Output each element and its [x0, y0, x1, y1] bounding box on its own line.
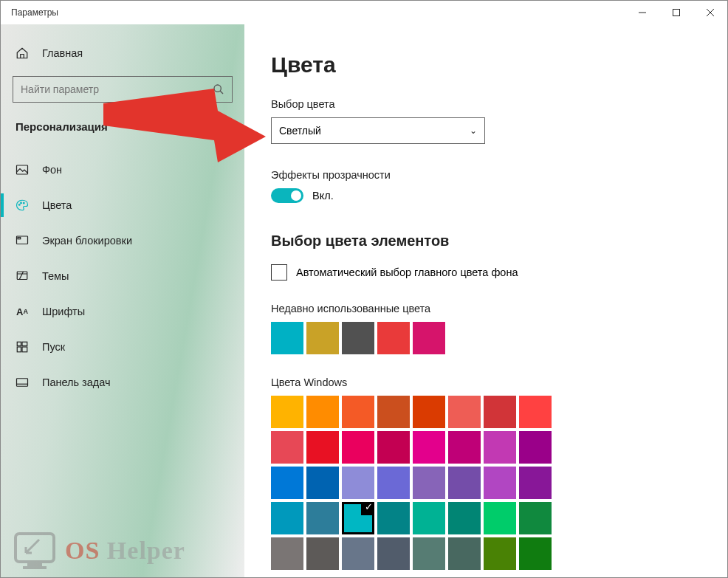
svg-point-8	[21, 202, 22, 204]
recent-color-swatch[interactable]	[342, 322, 374, 354]
nav-label: Фон	[42, 164, 62, 176]
lockscreen-icon	[16, 234, 29, 247]
window-controls	[625, 1, 727, 24]
nav-start[interactable]: Пуск	[13, 329, 233, 365]
fonts-icon: AA	[16, 305, 29, 318]
color-swatch[interactable]	[306, 431, 339, 464]
color-swatch[interactable]	[413, 502, 445, 534]
color-swatch[interactable]	[484, 502, 516, 534]
color-swatch[interactable]	[306, 537, 339, 570]
auto-color-checkbox[interactable]	[271, 264, 287, 281]
page-title: Цвета	[271, 52, 727, 78]
recent-color-swatch[interactable]	[271, 322, 303, 354]
svg-line-5	[220, 91, 223, 94]
color-swatch[interactable]	[271, 467, 303, 499]
home-icon	[16, 47, 29, 60]
color-swatch[interactable]	[519, 396, 552, 428]
color-swatch[interactable]	[519, 467, 552, 499]
recent-color-swatch[interactable]	[306, 322, 339, 354]
svg-rect-15	[17, 347, 21, 352]
nav-colors[interactable]: Цвета	[13, 187, 233, 223]
color-swatch[interactable]	[342, 431, 374, 464]
nav-label: Пуск	[42, 341, 65, 353]
svg-point-9	[23, 202, 24, 204]
color-swatch[interactable]	[271, 537, 303, 570]
picture-icon	[16, 163, 29, 176]
home-label: Главная	[42, 47, 83, 59]
color-mode-select[interactable]: Светлый ⌄	[271, 117, 485, 144]
color-swatch[interactable]	[271, 502, 303, 534]
nav-themes[interactable]: Темы	[13, 258, 233, 294]
color-swatch[interactable]	[342, 467, 374, 499]
palette-icon	[16, 199, 29, 212]
color-swatch[interactable]	[342, 537, 374, 570]
color-swatch[interactable]: ✓	[342, 502, 374, 534]
color-swatch[interactable]	[377, 396, 410, 428]
section-title: Персонализация	[13, 120, 233, 152]
recent-colors-row	[271, 322, 727, 354]
color-swatch[interactable]	[413, 431, 445, 464]
svg-rect-12	[17, 272, 27, 280]
content: Цвета Выбор цвета Светлый ⌄ Эффекты проз…	[244, 24, 727, 577]
transparency-toggle[interactable]	[271, 188, 303, 203]
nav-fonts[interactable]: AA Шрифты	[13, 294, 233, 329]
color-swatch[interactable]	[413, 396, 445, 428]
color-swatch[interactable]	[271, 431, 303, 464]
nav-taskbar[interactable]: Панель задач	[13, 365, 233, 400]
color-swatch[interactable]	[519, 502, 552, 534]
recent-color-swatch[interactable]	[413, 322, 445, 354]
color-swatch[interactable]	[448, 467, 481, 499]
svg-rect-16	[22, 347, 27, 352]
color-swatch[interactable]	[448, 431, 481, 464]
window-title: Параметры	[11, 7, 58, 18]
color-swatch[interactable]	[306, 396, 339, 428]
nav-label: Шрифты	[42, 306, 85, 317]
color-swatch[interactable]	[448, 502, 481, 534]
color-swatch[interactable]	[271, 396, 303, 428]
color-mode-label: Выбор цвета	[271, 98, 727, 110]
color-swatch[interactable]	[484, 431, 516, 464]
home-link[interactable]: Главная	[13, 39, 233, 76]
color-swatch[interactable]	[413, 537, 445, 570]
svg-rect-13	[17, 342, 21, 345]
svg-point-7	[18, 204, 20, 205]
color-swatch[interactable]	[484, 467, 516, 499]
nav-background[interactable]: Фон	[13, 152, 233, 187]
nav-label: Экран блокировки	[42, 235, 132, 247]
color-swatch[interactable]	[377, 537, 410, 570]
svg-rect-11	[18, 238, 21, 239]
color-swatch[interactable]	[377, 431, 410, 464]
color-swatch[interactable]	[519, 431, 552, 464]
search-input[interactable]	[21, 83, 213, 95]
color-swatch[interactable]	[484, 537, 516, 570]
accent-heading: Выбор цвета элементов	[271, 233, 727, 250]
color-swatch[interactable]	[342, 396, 374, 428]
color-swatch[interactable]	[484, 396, 516, 428]
color-swatch[interactable]	[519, 537, 552, 570]
select-value: Светлый	[279, 125, 321, 137]
color-swatch[interactable]	[448, 396, 481, 428]
windows-colors-grid: ✓	[271, 396, 727, 570]
search-icon	[213, 83, 224, 95]
color-swatch[interactable]	[306, 502, 339, 534]
close-button[interactable]	[693, 1, 727, 24]
transparency-label: Эффекты прозрачности	[271, 169, 727, 181]
color-swatch[interactable]	[306, 467, 339, 499]
color-swatch[interactable]	[448, 537, 481, 570]
color-swatch[interactable]	[377, 467, 410, 499]
minimize-button[interactable]	[625, 1, 659, 24]
svg-point-4	[214, 85, 221, 92]
chevron-down-icon: ⌄	[470, 125, 477, 136]
maximize-button[interactable]	[659, 1, 693, 24]
nav-label: Цвета	[42, 199, 72, 211]
color-swatch[interactable]	[377, 502, 410, 534]
themes-icon	[16, 269, 29, 283]
titlebar: Параметры	[1, 1, 727, 24]
nav-lockscreen[interactable]: Экран блокировки	[13, 223, 233, 258]
svg-rect-1	[673, 10, 680, 16]
svg-rect-17	[17, 379, 28, 387]
search-box[interactable]	[13, 76, 233, 103]
color-swatch[interactable]	[413, 467, 445, 499]
recent-color-swatch[interactable]	[377, 322, 410, 354]
sidebar: Главная Персонализация Фон Цвета Экран б…	[1, 24, 244, 577]
